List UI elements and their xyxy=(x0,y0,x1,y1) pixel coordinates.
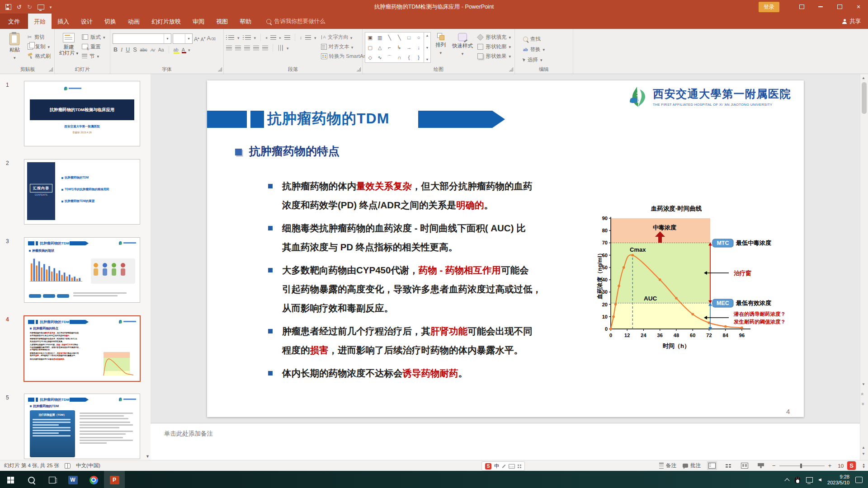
previous-slide-icon[interactable]: « xyxy=(860,393,865,395)
highlight-color-button[interactable] xyxy=(174,47,179,53)
columns-icon[interactable] xyxy=(278,45,283,51)
ime-keyboard-icon[interactable] xyxy=(509,464,515,469)
share-button[interactable]: 共享 xyxy=(842,14,861,29)
save-icon[interactable] xyxy=(5,4,11,10)
spell-check-icon[interactable] xyxy=(65,463,71,469)
slide-sorter-view-button[interactable] xyxy=(723,461,733,470)
language-indicator[interactable]: 中文(中国) xyxy=(76,462,100,469)
tab-幻灯片放映[interactable]: 幻灯片放映 xyxy=(146,14,187,29)
zoom-slider-thumb[interactable] xyxy=(800,464,802,468)
thumbnail-slide-3[interactable]: 抗肿瘤药物的TDM肿瘤疾病的现状 xyxy=(24,237,140,303)
slide-title[interactable]: 抗肿瘤药物的TDM xyxy=(267,109,389,129)
volume-icon[interactable] xyxy=(819,479,821,482)
taskbar-clock[interactable]: 9:28 2023/5/10 xyxy=(827,474,849,486)
find-button[interactable]: 查找 xyxy=(522,35,546,43)
align-left-icon[interactable] xyxy=(226,46,232,50)
tell-me-search[interactable]: 告诉我你想要做什么 xyxy=(266,14,326,29)
font-size-dropdown-icon[interactable]: ▾ xyxy=(185,34,192,43)
tab-帮助[interactable]: 帮助 xyxy=(234,14,257,29)
status-collapse-icons[interactable]: ▲▼ xyxy=(862,463,866,469)
decrease-indent-icon[interactable] xyxy=(265,34,267,41)
cut-button[interactable]: 剪切 xyxy=(26,33,52,41)
sogou-logo-icon[interactable]: S xyxy=(485,463,491,469)
strikethrough-button[interactable] xyxy=(140,47,147,53)
paragraph-dialog-launcher[interactable] xyxy=(357,67,361,71)
replace-button[interactable]: 替换 xyxy=(522,45,546,53)
customize-quick-access-icon[interactable] xyxy=(50,4,52,10)
justify-icon[interactable] xyxy=(253,46,259,50)
vertical-scrollbar[interactable]: ▲ ▼ « « ▲ ▼ xyxy=(860,74,868,460)
font-color-dropdown-icon[interactable] xyxy=(188,47,190,53)
character-spacing-button[interactable] xyxy=(151,47,155,53)
decrease-font-button[interactable]: A▾ xyxy=(201,35,206,42)
font-name-dropdown-icon[interactable]: ▾ xyxy=(164,34,171,43)
underline-button[interactable] xyxy=(126,47,130,53)
concentration-time-chart[interactable]: 010203040506070809001224364860728496血药浓度… xyxy=(597,203,807,355)
thumbnail-slide-1[interactable]: 抗肿瘤药物的TDM检测与临床应用西安交通大学第一附属医院李丽珍 2023.4.2… xyxy=(24,81,140,146)
section-button[interactable]: 节 xyxy=(80,52,107,60)
numbering-icon[interactable] xyxy=(245,35,251,40)
drawing-dialog-launcher[interactable] xyxy=(509,67,513,71)
notes-toggle[interactable]: 备注 xyxy=(659,462,676,469)
line-spacing-icon[interactable] xyxy=(300,34,302,41)
tab-开始[interactable]: 开始 xyxy=(28,14,52,29)
taskbar-search-button[interactable] xyxy=(21,471,42,488)
font-dialog-launcher[interactable] xyxy=(218,67,222,71)
font-color-button[interactable] xyxy=(182,47,185,53)
notes-scroll-down-icon[interactable]: ▼ xyxy=(862,452,865,456)
start-slideshow-icon[interactable] xyxy=(38,5,44,9)
undo-icon[interactable] xyxy=(17,4,22,10)
text-shadow-button[interactable] xyxy=(133,47,137,53)
tab-插入[interactable]: 插入 xyxy=(52,14,75,29)
scroll-down-icon[interactable]: ▼ xyxy=(862,382,865,386)
scroll-up-icon[interactable]: ▲ xyxy=(862,76,865,80)
change-case-button[interactable] xyxy=(158,47,164,53)
thumbnail-slide-2[interactable]: 汇报内容CONTENTS抗肿瘤药物的TDMTDM引导的抗肿瘤药物的精准用药抗肿瘤… xyxy=(24,159,140,225)
next-slide-icon[interactable]: « xyxy=(860,403,865,405)
bold-button[interactable] xyxy=(113,47,118,53)
new-slide-button[interactable]: 新建幻灯片 xyxy=(57,31,80,65)
qq-tray-icon[interactable] xyxy=(795,477,800,483)
slide[interactable]: 抗肿瘤药物的TDM 西安交通大學第一附属医院 THE FIRST AFFIL xyxy=(207,80,804,417)
slide-title-banner[interactable]: 抗肿瘤药物的TDM xyxy=(207,111,804,128)
task-view-button[interactable] xyxy=(42,471,62,488)
tab-动画[interactable]: 动画 xyxy=(122,14,146,29)
shape-fill-button[interactable]: 形状填充 xyxy=(476,33,512,41)
ime-toolbar[interactable]: S 中 xyxy=(481,461,525,471)
close-button[interactable]: × xyxy=(849,0,868,14)
format-painter-button[interactable]: 格式刷 xyxy=(26,52,52,60)
zoom-percentage[interactable]: 10 xyxy=(838,463,844,469)
italic-button[interactable] xyxy=(121,47,123,53)
bullets-icon[interactable] xyxy=(228,35,234,40)
shape-outline-button[interactable]: 形状轮廓 xyxy=(476,42,512,51)
slideshow-view-button[interactable] xyxy=(756,461,766,470)
increase-font-button[interactable]: A▴ xyxy=(194,35,199,42)
clear-format-button[interactable]: A⌫ xyxy=(207,35,216,42)
tab-切换[interactable]: 切换 xyxy=(99,14,122,29)
start-button[interactable] xyxy=(0,471,21,488)
clipboard-dialog-launcher[interactable] xyxy=(49,67,53,71)
shapes-gallery[interactable]: ▣▥╲╲□○ ▢△⌐↳→↓ ◇∿⌒∩{} ▲▼▼ xyxy=(365,32,431,63)
normal-view-button[interactable] xyxy=(707,461,717,470)
font-size-combo[interactable]: ▾ xyxy=(173,33,193,44)
quick-styles-button[interactable]: 快速样式 xyxy=(450,31,474,65)
thumbnail-scroll-down-icon[interactable]: ▼ xyxy=(146,454,150,459)
notes-pane[interactable]: 单击此处添加备注 xyxy=(151,423,860,460)
font-name-combo[interactable]: ▾ xyxy=(113,33,171,44)
paste-button[interactable]: 粘贴 xyxy=(3,31,26,65)
notes-scroll-up-icon[interactable]: ▲ xyxy=(862,446,865,450)
tray-expand-icon[interactable] xyxy=(784,478,789,483)
layout-button[interactable]: 版式 xyxy=(80,33,107,41)
login-button[interactable]: 登录 xyxy=(759,2,779,12)
arrange-button[interactable]: 排列 xyxy=(431,31,451,65)
ime-toolbox-icon[interactable] xyxy=(518,465,521,468)
redo-icon[interactable] xyxy=(27,4,32,10)
taskbar-powerpoint-button[interactable]: P xyxy=(104,471,125,488)
slide-heading[interactable]: 抗肿瘤药物的特点 xyxy=(249,144,340,159)
shape-effects-button[interactable]: 形状效果 xyxy=(476,52,512,60)
scrollbar-thumb[interactable] xyxy=(862,82,867,114)
copy-button[interactable]: 复制 xyxy=(26,42,52,51)
shapes-gallery-scroll[interactable]: ▲▼▼ xyxy=(424,33,430,62)
tab-视图[interactable]: 视图 xyxy=(210,14,234,29)
taskbar-chrome-button[interactable] xyxy=(83,471,104,488)
